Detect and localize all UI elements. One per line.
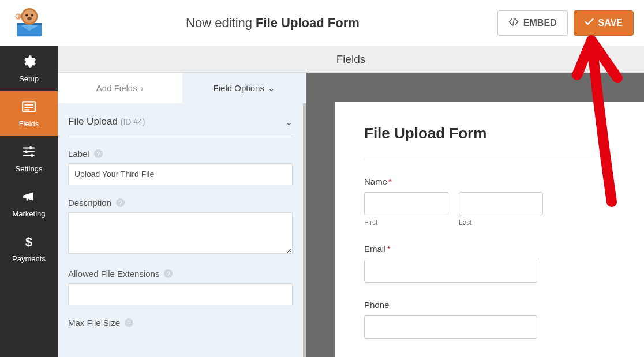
svg-point-21 [31, 154, 33, 157]
help-icon[interactable]: ? [125, 318, 133, 327]
preview-field-phone[interactable]: Phone [364, 300, 615, 339]
svg-line-11 [513, 18, 514, 25]
columns: Add Fields › Field Options ⌄ File Upload… [58, 73, 644, 357]
save-button[interactable]: SAVE [574, 10, 634, 36]
chevron-right-icon: › [141, 83, 144, 93]
option-max-size: Max File Size ? [68, 318, 293, 328]
section-title: Fields [336, 53, 366, 66]
svg-text:$: $ [25, 235, 32, 249]
first-sublabel: First [364, 219, 448, 227]
left-panel: Add Fields › Field Options ⌄ File Upload… [58, 73, 306, 357]
svg-point-19 [25, 151, 28, 153]
editing-form-name: File Upload Form [256, 16, 360, 30]
embed-button[interactable]: EMBED [497, 10, 568, 36]
field-options-panel: File Upload (ID #4) ⌄ Label ? [58, 103, 306, 357]
tab-add-fields[interactable]: Add Fields › [58, 73, 182, 103]
check-icon [585, 18, 594, 28]
preview-form-title: File Upload Form [364, 125, 615, 159]
svg-point-6 [31, 14, 33, 16]
editing-title: Now editing File Upload Form [54, 16, 492, 31]
tab-field-options[interactable]: Field Options ⌄ [182, 73, 307, 103]
allowed-ext-input[interactable] [68, 283, 293, 305]
editing-prefix: Now editing [186, 16, 256, 30]
help-icon[interactable]: ? [116, 198, 125, 207]
email-input[interactable] [364, 260, 537, 283]
field-header[interactable]: File Upload (ID #4) ⌄ [68, 103, 293, 136]
form-icon [21, 99, 36, 116]
code-icon [508, 18, 519, 28]
sidebar-item-label: Settings [16, 164, 43, 173]
workspace: Fields Add Fields › Field Options ⌄ [58, 46, 644, 357]
tab-label: Field Options [214, 83, 264, 93]
sidebar-item-settings[interactable]: Settings [0, 136, 58, 181]
svg-rect-10 [15, 15, 18, 16]
sidebar-item-fields[interactable]: Fields [0, 91, 58, 136]
tab-label: Add Fields [96, 83, 137, 93]
app-logo [10, 7, 48, 39]
panel-tabs: Add Fields › Field Options ⌄ [58, 73, 306, 103]
top-bar: Now editing File Upload Form EMBED SAVE [0, 0, 644, 46]
option-label: Label ? [68, 149, 293, 185]
help-icon[interactable]: ? [164, 269, 173, 278]
help-icon[interactable]: ? [94, 149, 103, 158]
app-body: Setup Fields Settings Marketing $ Paymen… [0, 46, 644, 357]
pf-label-text: Phone [364, 300, 389, 310]
gear-icon [21, 54, 36, 71]
svg-point-4 [23, 9, 36, 22]
chevron-down-icon: ⌄ [268, 83, 275, 93]
opt-caption: Allowed File Extensions [68, 269, 159, 279]
sidebar-item-label: Payments [12, 254, 46, 263]
preview-field-email[interactable]: Email* [364, 244, 615, 283]
first-name-input[interactable] [364, 192, 448, 215]
embed-label: EMBED [523, 18, 557, 28]
sidebar-item-label: Setup [19, 74, 39, 83]
bullhorn-icon [21, 189, 36, 206]
svg-point-17 [29, 146, 32, 149]
opt-caption: Max File Size [68, 318, 120, 328]
opt-caption: Description [68, 198, 111, 208]
required-marker: * [388, 176, 392, 186]
pf-label-text: Email [364, 244, 386, 254]
last-name-input[interactable] [459, 192, 543, 215]
pf-label-text: Name [364, 176, 387, 186]
sidebar: Setup Fields Settings Marketing $ Paymen… [0, 46, 58, 357]
save-label: SAVE [598, 18, 623, 28]
sliders-icon [21, 144, 36, 161]
preview-card: File Upload Form Name* First [335, 102, 644, 357]
svg-point-7 [27, 17, 32, 20]
svg-point-5 [25, 14, 28, 16]
sidebar-item-label: Marketing [12, 209, 45, 218]
chevron-down-icon: ⌄ [285, 117, 293, 127]
field-id: (ID #4) [121, 117, 145, 126]
last-sublabel: Last [459, 219, 543, 227]
dollar-icon: $ [21, 234, 36, 251]
phone-input[interactable] [364, 315, 537, 339]
option-description: Description ? [68, 198, 293, 256]
sidebar-item-label: Fields [19, 119, 39, 128]
required-marker: * [387, 244, 391, 254]
label-input[interactable] [68, 163, 293, 185]
sidebar-item-payments[interactable]: $ Payments [0, 226, 58, 271]
opt-caption: Label [68, 149, 89, 159]
option-allowed-ext: Allowed File Extensions ? [68, 269, 293, 305]
field-type: File Upload [68, 116, 118, 127]
description-textarea[interactable] [68, 212, 293, 254]
sidebar-item-marketing[interactable]: Marketing [0, 181, 58, 226]
preview-canvas: File Upload Form Name* First [306, 73, 644, 357]
preview-field-name[interactable]: Name* First Last [364, 176, 615, 227]
section-header: Fields [58, 46, 644, 73]
sidebar-item-setup[interactable]: Setup [0, 46, 58, 91]
